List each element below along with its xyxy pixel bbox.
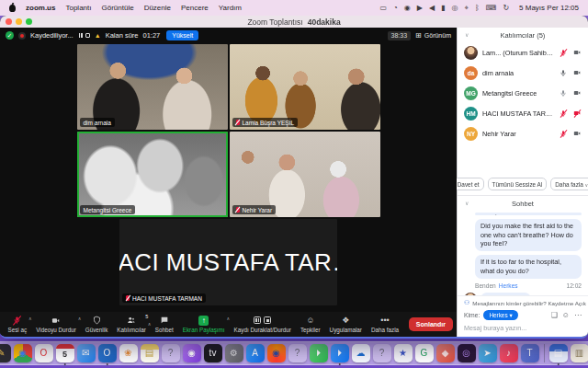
video-tile-dim-arnaia[interactable]: dim arnaia (77, 44, 228, 130)
security-button[interactable]: Güvenlik (81, 312, 112, 337)
menu-toplanti[interactable]: Toplantı (65, 4, 91, 12)
pause-recording-button[interactable] (79, 33, 83, 38)
screen-share-button[interactable]: ↑ Ekran Paylaşımı ∧ (178, 312, 229, 337)
dock-clipboard-app-icon[interactable]: ▥ (571, 344, 588, 362)
mute-all-button[interactable]: Tümünü Sessize Al (488, 178, 548, 190)
menu-duzenle[interactable]: Düzenle (144, 4, 171, 12)
mic-status-icon[interactable] (559, 129, 568, 139)
invite-button[interactable]: Davet et (453, 178, 484, 190)
menu-pencere[interactable]: Pencere (181, 4, 209, 12)
dock-facetime-icon[interactable]: ⏵ (310, 344, 328, 362)
dock-telegram-icon[interactable]: ➤ (479, 344, 497, 362)
emoji-icon[interactable]: ☺ (562, 311, 570, 319)
more-button[interactable]: ••• Daha fazla (367, 312, 402, 337)
collapse-chat-icon[interactable]: ∨ (465, 200, 469, 206)
participant-row[interactable]: Lam... (Oturum Sahibi, ben) (458, 42, 588, 63)
mic-status-icon[interactable] (559, 48, 568, 58)
participant-row[interactable]: MG Metangitsi Greece (458, 83, 588, 103)
eye-icon[interactable]: ◎ (452, 4, 458, 12)
camera-status-icon[interactable] (572, 88, 582, 98)
sync-icon[interactable]: ↻ (503, 4, 509, 12)
chat-recipient[interactable]: Herkes (499, 282, 518, 289)
dock-opera-icon[interactable]: O (35, 344, 53, 362)
window-titlebar[interactable]: Zoom Toplantısı40dakika (0, 16, 588, 28)
file-attach-icon[interactable]: ❏ (551, 311, 558, 319)
camera-status-icon[interactable] (572, 48, 582, 58)
chat-input[interactable] (464, 324, 582, 332)
close-window-button[interactable] (6, 18, 12, 25)
search-icon[interactable]: ⌖ (465, 4, 469, 13)
video-tile-metangitsi[interactable]: Metangitsi Greece (77, 132, 228, 217)
dock-purple-box-app-icon[interactable]: ◎ (458, 344, 476, 362)
video-tile-haci-mustafa[interactable]: HACI MUSTAFA TAR… HACI MUSTAFA TARMAN (119, 219, 337, 305)
participant-row[interactable]: NY Nehir Yarar (458, 123, 588, 144)
apple-menu-icon[interactable] (9, 5, 16, 12)
dock-calendar-icon[interactable]: 5 (56, 344, 74, 362)
camera-status-icon[interactable] (572, 109, 582, 119)
end-meeting-button[interactable]: Sonlandır (409, 317, 453, 331)
dock-teams-icon[interactable]: T (521, 344, 539, 362)
chat-privacy-note[interactable]: ⚇ Mesajlarınızı kimler görebilir? Kaydet… (464, 299, 582, 306)
pause-stop-recording-button[interactable]: Kaydı Duraklat/Durdur (230, 312, 295, 337)
apps-button[interactable]: ❖ Uygulamalar (325, 312, 366, 337)
chat-messages[interactable]: your jour Did you make the first aid to … (458, 211, 588, 295)
upgrade-button[interactable]: Yükselt (166, 30, 198, 40)
encryption-shield-icon[interactable]: ✓ (6, 31, 14, 40)
dock-zoom-icon[interactable]: ⏵ (331, 344, 349, 362)
display-mirroring-icon[interactable]: ▭ (379, 4, 387, 12)
dock-onedrive-icon[interactable]: ☁ (352, 344, 370, 362)
stop-recording-button[interactable] (85, 33, 90, 38)
dock-notes-icon[interactable]: ▤ (141, 344, 159, 362)
unmute-button[interactable]: Sesi aç ∧ (4, 312, 31, 337)
minimize-window-button[interactable] (16, 18, 22, 25)
dock-settings-icon[interactable]: ⚙ (225, 344, 243, 362)
dock-music-icon[interactable]: ♪ (500, 344, 518, 362)
zoom-window-button[interactable] (26, 18, 32, 25)
dock-missing-app-3-icon[interactable]: ? (373, 344, 391, 362)
dock-star-app-icon[interactable]: ★ (394, 344, 413, 362)
mic-status-icon[interactable] (559, 88, 568, 98)
dock-podcasts-icon[interactable]: ◉ (183, 344, 201, 362)
video-tile-nehir[interactable]: Nehir Yarar (230, 132, 380, 217)
chat-button[interactable]: Sohbet (151, 312, 177, 337)
dock-chrome-icon[interactable]: ◉ (14, 344, 32, 362)
camera-status-icon[interactable] (572, 68, 582, 78)
record-icon[interactable]: ◉ (404, 4, 411, 12)
play-icon[interactable]: ▶ (417, 4, 423, 12)
dock-photos-icon[interactable]: ❀ (119, 344, 138, 362)
more-chat-options-icon[interactable]: ⋯ (574, 311, 582, 319)
participants-button[interactable]: Katılımcılar 5 ∧ (113, 312, 151, 337)
video-tile-lamia[interactable]: Lamia Büşra YEŞİL (230, 44, 380, 130)
dock-red-app-icon[interactable]: ◆ (436, 344, 455, 362)
dock-g-app-icon[interactable]: G (415, 344, 434, 362)
participant-row[interactable]: da dim arnaia (458, 63, 588, 83)
dock-apple-tv-icon[interactable]: tv (204, 344, 222, 362)
dock-mail-icon[interactable]: ✉ (77, 344, 96, 362)
menu-goruntule[interactable]: Görüntüle (101, 4, 133, 12)
stop-video-button[interactable]: Videoyu Durdur ∧ (32, 312, 81, 337)
battery-icon[interactable]: ▮ (441, 4, 445, 12)
dock-app-store-icon[interactable]: A (246, 344, 265, 362)
dock-window-app-icon[interactable]: ▤ (549, 344, 568, 362)
mic-status-icon[interactable] (559, 68, 568, 78)
volume-icon[interactable]: ◀ (429, 4, 435, 12)
dock-firefox-icon[interactable]: ◉ (267, 344, 286, 362)
mic-status-icon[interactable] (559, 109, 568, 119)
more-participants-button[interactable]: Daha fazla ∨ (550, 178, 588, 190)
collapse-participants-icon[interactable]: ∨ (465, 31, 469, 38)
dock-outlook-icon[interactable]: O (98, 344, 117, 362)
menu-zoom-us[interactable]: zoom.us (26, 4, 55, 12)
menubar-clock[interactable]: 5 Mayıs Per 12:05 (519, 4, 579, 12)
dock-pencil-app-icon[interactable]: ✎ (0, 344, 11, 362)
bluetooth-icon[interactable]: ᛒ (475, 4, 480, 12)
camera-status-icon[interactable] (572, 129, 582, 139)
view-button[interactable]: ⊞ Görünüm (415, 31, 451, 40)
menu-yardim[interactable]: Yardım (219, 4, 242, 12)
input-source-icon[interactable]: ⌨ (486, 4, 497, 12)
participant-row[interactable]: HM HACI MUSTAFA TARMAN (458, 103, 588, 123)
timer-icon[interactable]: ◔ (393, 4, 398, 12)
dock-missing-app-1-icon[interactable]: ? (162, 344, 180, 362)
recipient-select[interactable]: Herkes ▾ (483, 310, 517, 320)
dock-missing-app-2-icon[interactable]: ? (288, 344, 307, 362)
reactions-button[interactable]: ☺ Tepkiler (296, 312, 324, 337)
